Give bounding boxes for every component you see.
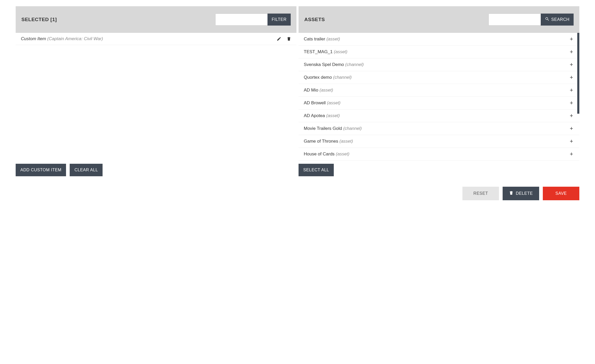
asset-row: AD Browell (asset)+	[299, 97, 579, 110]
selected-row: Custom Item (Captain America: Civil War)	[16, 33, 296, 45]
asset-item-name: Cats trailer	[304, 37, 325, 41]
asset-item-meta: (asset)	[336, 151, 349, 156]
asset-row: Movie Trailers Gold (channel)+	[299, 122, 579, 135]
add-asset-icon[interactable]: +	[569, 113, 574, 119]
selected-column: SELECTED [1] FILTER Custom Item (Captain…	[16, 6, 296, 176]
filter-button[interactable]: FILTER	[267, 14, 291, 26]
clear-all-button[interactable]: CLEAR ALL	[70, 164, 103, 176]
asset-item-meta: (asset)	[326, 113, 340, 118]
asset-item-meta: (asset)	[327, 100, 341, 105]
asset-item-meta: (asset)	[326, 37, 340, 41]
asset-item-label: TEST_MAG_1 (asset)	[304, 49, 569, 54]
asset-item-label: AD Browell (asset)	[304, 100, 569, 106]
asset-item-name: TEST_MAG_1	[304, 49, 333, 54]
asset-row: Svenska Spel Demo (channel)+	[299, 58, 579, 71]
assets-header: ASSETS SEARCH	[299, 6, 579, 33]
asset-item-name: AD Apotea	[304, 113, 325, 118]
filter-button-label: FILTER	[272, 17, 287, 22]
asset-item-meta: (asset)	[334, 49, 347, 54]
asset-row: TEST_MAG_1 (asset)+	[299, 46, 579, 58]
add-asset-icon[interactable]: +	[569, 100, 574, 106]
trash-icon[interactable]	[287, 37, 291, 41]
asset-row: House of Cards (asset)+	[299, 148, 579, 161]
edit-icon[interactable]	[277, 37, 281, 41]
add-asset-icon[interactable]: +	[569, 75, 574, 80]
selected-item-meta: (Captain America: Civil War)	[47, 36, 103, 41]
asset-item-name: Game of Thrones	[304, 139, 338, 144]
selected-title: SELECTED [1]	[21, 17, 57, 22]
selected-list: Custom Item (Captain America: Civil War)	[16, 33, 296, 161]
selected-item-label: Custom Item (Captain America: Civil War)	[21, 36, 277, 41]
asset-item-name: AD Browell	[304, 100, 326, 105]
asset-item-label: Cats trailer (asset)	[304, 37, 569, 42]
add-asset-icon[interactable]: +	[569, 87, 574, 93]
asset-item-name: Movie Trailers Gold	[304, 126, 342, 131]
asset-item-label: Svenska Spel Demo (channel)	[304, 62, 569, 67]
scrollbar-thumb[interactable]	[577, 33, 579, 114]
delete-button-label: DELETE	[516, 191, 533, 196]
asset-row: Game of Thrones (asset)+	[299, 135, 579, 148]
save-button[interactable]: SAVE	[543, 187, 579, 200]
add-asset-icon[interactable]: +	[569, 151, 574, 157]
asset-item-label: AD Apotea (asset)	[304, 113, 569, 118]
asset-row: Quortex demo (channel)+	[299, 71, 579, 84]
asset-item-meta: (channel)	[333, 75, 352, 80]
selected-header: SELECTED [1] FILTER	[16, 6, 296, 33]
footer: RESET DELETE SAVE	[6, 176, 589, 205]
search-input[interactable]	[489, 14, 541, 26]
add-custom-item-button[interactable]: ADD CUSTOM ITEM	[16, 164, 66, 176]
asset-item-meta: (asset)	[340, 139, 353, 144]
delete-button[interactable]: DELETE	[503, 187, 539, 200]
asset-item-label: House of Cards (asset)	[304, 151, 569, 157]
asset-item-label: Quortex demo (channel)	[304, 75, 569, 80]
asset-row: AD Mio (asset)+	[299, 84, 579, 97]
asset-item-name: Svenska Spel Demo	[304, 62, 344, 67]
reset-button[interactable]: RESET	[462, 187, 499, 200]
asset-row: Cats trailer (asset)+	[299, 33, 579, 46]
selected-item-name: Custom Item	[21, 36, 46, 41]
add-asset-icon[interactable]: +	[569, 49, 574, 55]
search-button[interactable]: SEARCH	[541, 14, 574, 26]
add-asset-icon[interactable]: +	[569, 62, 574, 68]
selected-button-row: ADD CUSTOM ITEM CLEAR ALL	[16, 161, 296, 176]
search-icon	[545, 17, 550, 22]
search-group: SEARCH	[489, 14, 574, 26]
filter-group: FILTER	[215, 14, 291, 26]
assets-button-row: SELECT ALL	[299, 161, 579, 176]
asset-item-name: Quortex demo	[304, 75, 332, 80]
asset-item-meta: (asset)	[319, 88, 333, 93]
asset-item-label: Movie Trailers Gold (channel)	[304, 126, 569, 131]
asset-item-label: Game of Thrones (asset)	[304, 139, 569, 144]
add-asset-icon[interactable]: +	[569, 138, 574, 144]
select-all-button[interactable]: SELECT ALL	[299, 164, 334, 176]
add-asset-icon[interactable]: +	[569, 36, 574, 42]
asset-item-label: AD Mio (asset)	[304, 88, 569, 93]
assets-title: ASSETS	[304, 17, 325, 22]
asset-item-meta: (channel)	[345, 62, 364, 67]
trash-icon	[509, 191, 514, 196]
assets-list[interactable]: Cats trailer (asset)+TEST_MAG_1 (asset)+…	[299, 33, 579, 161]
asset-row: AD Apotea (asset)+	[299, 110, 579, 122]
asset-item-name: AD Mio	[304, 88, 318, 93]
asset-item-meta: (channel)	[343, 126, 362, 131]
search-button-label: SEARCH	[551, 17, 569, 22]
add-asset-icon[interactable]: +	[569, 126, 574, 131]
assets-column: ASSETS SEARCH Cats trailer (asset)+TEST_…	[299, 6, 579, 176]
filter-input[interactable]	[215, 14, 267, 26]
asset-item-name: House of Cards	[304, 151, 335, 156]
